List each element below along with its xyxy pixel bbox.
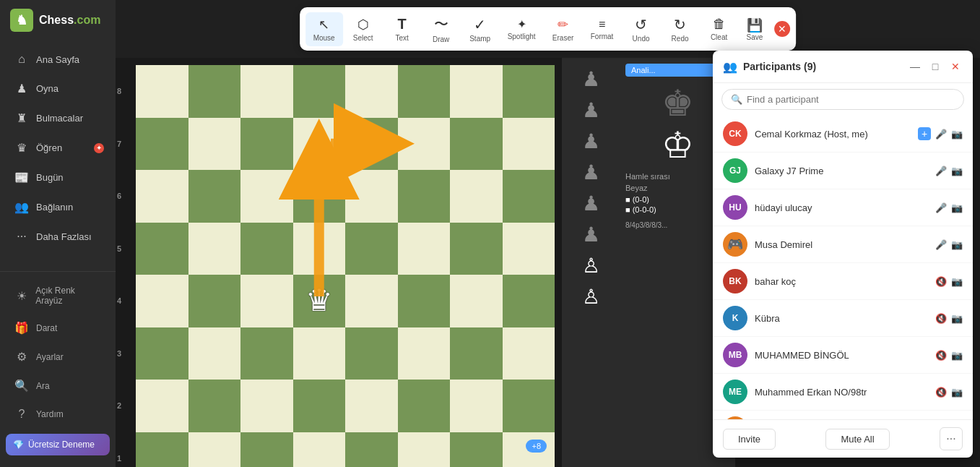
chess-cell[interactable] bbox=[398, 432, 451, 468]
panel-piece-8[interactable]: ♙ bbox=[580, 283, 602, 311]
chess-cell[interactable] bbox=[188, 432, 241, 468]
chess-cell[interactable] bbox=[450, 275, 503, 327]
chess-cell[interactable] bbox=[136, 223, 188, 275]
chess-cell[interactable] bbox=[398, 118, 451, 171]
chess-cell[interactable] bbox=[293, 118, 346, 171]
chess-cell[interactable] bbox=[398, 380, 451, 432]
sidebar-item-daha-fazlasi[interactable]: ··· Daha Fazlası bbox=[4, 223, 111, 250]
chess-cell[interactable] bbox=[240, 275, 293, 327]
chess-cell[interactable] bbox=[450, 170, 503, 223]
chess-cell[interactable] bbox=[136, 327, 188, 380]
search-input[interactable] bbox=[747, 94, 955, 105]
chess-cell[interactable] bbox=[293, 432, 346, 468]
sidebar-item-ana-sayfa[interactable]: ⌂ Ana Sayfa bbox=[4, 46, 111, 73]
free-trial-btn[interactable]: 💎 Ücretsiz Deneme bbox=[6, 434, 110, 455]
tool-text[interactable]: T Text bbox=[383, 12, 421, 46]
mic-muted-btn[interactable]: 🔇 bbox=[935, 350, 947, 361]
cam-btn[interactable]: 📷 bbox=[951, 276, 963, 287]
sidebar-item-yardim[interactable]: ? Yardım bbox=[4, 400, 111, 428]
chess-cell[interactable] bbox=[136, 432, 188, 468]
chess-cell[interactable] bbox=[240, 65, 293, 118]
panel-piece-2[interactable]: ♟ bbox=[580, 96, 602, 124]
panel-piece-4[interactable]: ♟ bbox=[580, 158, 602, 187]
tool-mouse[interactable]: ↖ Mouse bbox=[305, 12, 343, 46]
chess-cell[interactable] bbox=[450, 65, 503, 118]
sidebar-item-acik-renk[interactable]: ☀ Açık Renk Arayüz bbox=[4, 278, 111, 313]
more-options-btn[interactable]: ··· bbox=[940, 427, 963, 450]
chess-cell[interactable] bbox=[136, 170, 188, 223]
chess-cell[interactable] bbox=[240, 380, 293, 432]
chess-cell[interactable] bbox=[136, 118, 188, 171]
tool-spotlight[interactable]: ✦ Spotlight bbox=[500, 13, 543, 45]
invite-btn[interactable]: Invite bbox=[723, 429, 776, 450]
chess-cell[interactable] bbox=[503, 223, 555, 275]
save-btn[interactable]: 💾 Save bbox=[740, 13, 771, 46]
chess-cell[interactable] bbox=[240, 118, 293, 171]
cam-btn[interactable]: 📷 bbox=[951, 239, 963, 250]
tool-eraser[interactable]: ✏ Eraser bbox=[545, 12, 582, 46]
sidebar-item-bugun[interactable]: 📰 Bugün bbox=[4, 163, 111, 192]
chess-cell[interactable] bbox=[293, 380, 346, 432]
chess-cell[interactable] bbox=[188, 327, 241, 380]
minimize-btn[interactable]: — bbox=[908, 59, 922, 74]
cam-off-btn[interactable]: 📷 bbox=[951, 313, 963, 324]
sidebar-item-baglanin[interactable]: 👥 Bağlanın bbox=[4, 193, 111, 221]
chess-cell[interactable] bbox=[240, 170, 293, 223]
chess-cell[interactable] bbox=[136, 65, 188, 118]
tool-cleat[interactable]: 🗑 Cleat bbox=[701, 12, 738, 46]
chess-cell[interactable] bbox=[345, 65, 398, 118]
chess-cell[interactable] bbox=[450, 327, 503, 380]
chess-cell[interactable] bbox=[503, 380, 555, 432]
mic-muted-btn[interactable]: 🔇 bbox=[935, 276, 947, 287]
chess-cell[interactable] bbox=[345, 432, 398, 468]
sidebar-item-oyna[interactable]: ♟ Oyna bbox=[4, 74, 111, 103]
chess-cell[interactable] bbox=[188, 380, 241, 432]
panel-piece-7[interactable]: ♙ bbox=[580, 252, 602, 280]
tool-stamp[interactable]: ✓ Stamp bbox=[461, 12, 499, 47]
chess-cell[interactable] bbox=[188, 118, 241, 171]
chess-cell[interactable] bbox=[345, 327, 398, 380]
tool-format[interactable]: ≡ Format bbox=[584, 14, 621, 45]
chess-cell[interactable] bbox=[188, 65, 241, 118]
tool-select[interactable]: ⬡ Select bbox=[344, 12, 382, 46]
mic-btn[interactable]: 🎤 bbox=[935, 239, 947, 250]
close-btn[interactable]: ✕ bbox=[948, 59, 963, 74]
panel-piece-1[interactable]: ♟ bbox=[580, 65, 602, 93]
cam-btn[interactable]: 📷 bbox=[951, 129, 963, 140]
chess-cell[interactable] bbox=[240, 432, 293, 468]
sidebar-item-ogren[interactable]: ♛ Öğren ✦ bbox=[4, 134, 111, 162]
chess-cell[interactable] bbox=[503, 327, 555, 380]
mic-muted-btn[interactable]: 🔇 bbox=[935, 387, 947, 398]
chess-cell[interactable] bbox=[450, 118, 503, 171]
chess-cell[interactable] bbox=[503, 275, 555, 327]
mic-btn[interactable]: 🎤 bbox=[935, 166, 947, 176]
chess-cell[interactable] bbox=[450, 223, 503, 275]
mute-all-btn[interactable]: Mute All bbox=[825, 429, 889, 450]
cam-off-btn[interactable]: 📷 bbox=[951, 350, 963, 361]
chess-cell[interactable] bbox=[345, 380, 398, 432]
chess-cell[interactable] bbox=[136, 380, 188, 432]
sidebar-item-ara[interactable]: 🔍 Ara bbox=[4, 372, 111, 400]
chess-cell[interactable] bbox=[293, 223, 346, 275]
chess-cell[interactable] bbox=[345, 275, 398, 327]
tool-draw[interactable]: 〜 Draw bbox=[422, 10, 460, 48]
chess-cell[interactable] bbox=[293, 170, 346, 223]
logo[interactable]: ♞ Chess.com bbox=[0, 0, 116, 40]
panel-piece-5[interactable]: ♟ bbox=[580, 189, 602, 218]
chess-cell[interactable] bbox=[240, 223, 293, 275]
mic-btn[interactable]: 🎤 bbox=[935, 202, 947, 213]
add-btn[interactable]: + bbox=[918, 127, 931, 140]
chess-cell[interactable] bbox=[503, 170, 555, 223]
cam-off-btn[interactable]: 📷 bbox=[951, 387, 963, 398]
chess-cell[interactable] bbox=[293, 65, 346, 118]
chess-cell[interactable]: ♟ bbox=[345, 118, 398, 171]
tool-redo[interactable]: ↻ Redo bbox=[662, 12, 699, 47]
panel-piece-3[interactable]: ♟ bbox=[580, 127, 602, 155]
chess-cell[interactable] bbox=[398, 275, 451, 327]
chess-cell[interactable] bbox=[503, 118, 555, 171]
maximize-btn[interactable]: □ bbox=[928, 59, 942, 74]
chess-cell[interactable] bbox=[398, 223, 451, 275]
chess-cell[interactable] bbox=[398, 327, 451, 380]
chess-cell[interactable] bbox=[398, 65, 451, 118]
chess-cell[interactable] bbox=[345, 170, 398, 223]
